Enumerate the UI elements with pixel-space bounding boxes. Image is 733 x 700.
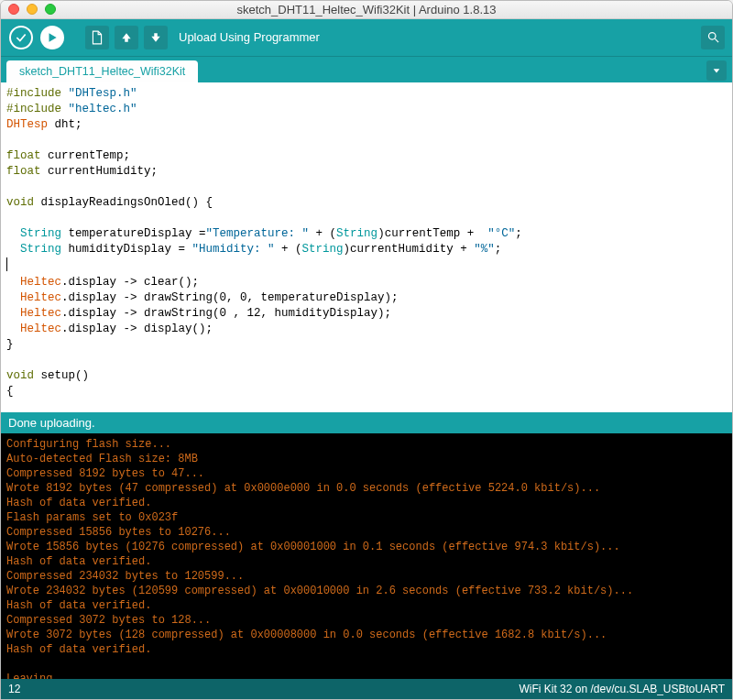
output-console[interactable]: Configuring flash size... Auto-detected … (1, 433, 732, 679)
board-port-label: WiFi Kit 32 on /dev/cu.SLAB_USBtoUART (519, 683, 725, 695)
svg-line-1 (715, 39, 718, 43)
arrow-up-icon (120, 31, 133, 44)
toolbar: Upload Using Programmer (1, 19, 732, 56)
new-sketch-button[interactable] (85, 26, 109, 49)
minimize-window-button[interactable] (27, 4, 38, 15)
status-message: Done uploading. (8, 416, 95, 430)
titlebar: sketch_DHT11_Heltec_Wifi32Kit | Arduino … (1, 1, 732, 19)
window-title: sketch_DHT11_Heltec_Wifi32Kit | Arduino … (1, 3, 732, 16)
console-line: Wrote 8192 bytes (47 compressed) at 0x00… (6, 482, 600, 495)
close-window-button[interactable] (8, 4, 19, 15)
arduino-ide-window: sketch_DHT11_Heltec_Wifi32Kit | Arduino … (0, 0, 733, 700)
text-cursor (6, 257, 7, 271)
footer-bar: 12 WiFi Kit 32 on /dev/cu.SLAB_USBtoUART (1, 679, 732, 699)
toolbar-action-label: Upload Using Programmer (179, 30, 320, 44)
console-line: Wrote 234032 bytes (120599 compressed) a… (6, 585, 633, 597)
console-line: Auto-detected Flash size: 8MB (6, 453, 198, 465)
console-line: Wrote 3072 bytes (128 compressed) at 0x0… (6, 629, 607, 641)
console-line: Leaving... (6, 673, 72, 679)
arrow-down-icon (149, 31, 162, 44)
status-bar: Done uploading. (1, 412, 732, 433)
console-line: Hash of data verified. (6, 643, 151, 656)
console-line: Compressed 8192 bytes to 47... (6, 467, 204, 480)
tab-menu-button[interactable] (706, 60, 727, 81)
open-sketch-button[interactable] (115, 26, 138, 49)
sketch-tab[interactable]: sketch_DHT11_Heltec_Wifi32Kit (6, 60, 198, 82)
serial-monitor-button[interactable] (701, 26, 725, 49)
tab-bar: sketch_DHT11_Heltec_Wifi32Kit (1, 56, 732, 82)
svg-point-0 (708, 33, 716, 40)
line-number: 12 (8, 683, 20, 695)
console-line: Wrote 15856 bytes (10276 compressed) at … (6, 541, 620, 553)
verify-button[interactable] (8, 25, 34, 50)
console-line: Configuring flash size... (6, 438, 171, 451)
file-icon (91, 30, 104, 45)
console-line: Compressed 3072 bytes to 128... (6, 614, 211, 627)
console-line: Hash of data verified. (6, 599, 151, 612)
magnifier-icon (706, 30, 720, 44)
zoom-window-button[interactable] (45, 4, 56, 15)
traffic-lights (1, 4, 56, 15)
console-line: Hash of data verified. (6, 555, 151, 568)
console-line: Compressed 234032 bytes to 120599... (6, 570, 244, 583)
arrow-right-icon (40, 26, 64, 49)
console-line: Flash params set to 0x023f (6, 511, 178, 524)
upload-button[interactable] (39, 25, 65, 50)
check-icon (9, 26, 33, 49)
console-line: Compressed 15856 bytes to 10276... (6, 526, 231, 539)
code-editor[interactable]: #include "DHTesp.h" #include "heltec.h" … (1, 82, 732, 412)
save-sketch-button[interactable] (144, 26, 168, 49)
console-line: Hash of data verified. (6, 497, 151, 509)
chevron-down-icon (712, 66, 721, 75)
